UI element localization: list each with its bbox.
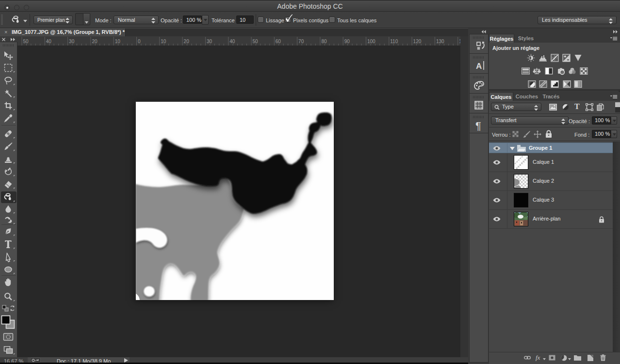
svg-text:0: 0 xyxy=(138,39,141,44)
svg-text:30: 30 xyxy=(69,39,75,44)
svg-text:90: 90 xyxy=(344,39,350,44)
svg-text:110: 110 xyxy=(390,39,398,44)
svg-text:¶: ¶ xyxy=(475,120,481,132)
svg-text:70: 70 xyxy=(298,39,304,44)
svg-text:20: 20 xyxy=(92,39,98,44)
svg-text:120: 120 xyxy=(413,39,422,44)
svg-text:30: 30 xyxy=(207,39,212,44)
svg-text:60: 60 xyxy=(276,39,281,44)
svg-text:140: 140 xyxy=(459,39,460,44)
svg-text:40: 40 xyxy=(46,39,52,44)
svg-text:10: 10 xyxy=(161,39,166,44)
svg-text:10: 10 xyxy=(115,39,121,44)
svg-text:130: 130 xyxy=(436,39,444,44)
svg-text:50: 50 xyxy=(253,39,259,44)
svg-text:20: 20 xyxy=(184,39,190,44)
svg-text:A: A xyxy=(476,62,482,71)
svg-text:50: 50 xyxy=(23,39,29,44)
svg-text:100: 100 xyxy=(367,39,375,44)
svg-text:40: 40 xyxy=(229,39,235,44)
svg-text:80: 80 xyxy=(321,39,327,44)
